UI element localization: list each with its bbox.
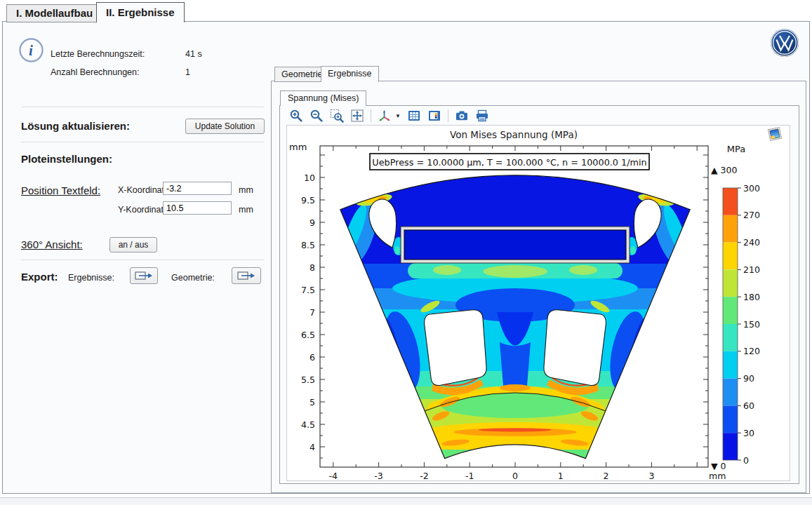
y-coordinate-input[interactable] [163,201,232,215]
svg-text:180: 180 [743,292,760,302]
plot-title: Von Mises Spannung (MPa) [450,129,578,140]
colorbar-tick-labels: 300 270 240 210 180 150 120 90 60 30 0 [743,183,760,466]
export-icon [135,271,153,281]
svg-text:4.5: 4.5 [301,419,315,430]
plot-canvas[interactable]: Von Mises Spannung (MPa) [286,125,790,481]
x-axis-unit: mm [709,471,726,480]
svg-text:8: 8 [310,262,315,273]
svg-text:7.5: 7.5 [301,285,315,295]
von-mises-plot[interactable]: Von Mises Spannung (MPa) [287,126,790,480]
colorbar: MPa ▲ 300 ▼ 0 300 270 240 210 180 150 12… [711,144,760,471]
svg-text:9: 9 [310,217,315,228]
export-results-label: Ergebnisse: [68,273,114,283]
viewer-tab-ergebnisse[interactable]: Ergebnisse [321,66,379,82]
last-calc-time-value: 41 s [185,49,202,59]
update-solution-button[interactable]: Update Solution [185,119,265,134]
chevron-down-icon[interactable]: ▼ [395,113,401,119]
toolbar-separator [448,109,448,122]
divider [21,107,264,107]
print-icon[interactable] [475,109,489,123]
svg-text:0: 0 [512,471,518,480]
divider [21,142,264,142]
x-tick-labels: -4 -3 -2 -1 0 1 2 3 [329,471,655,480]
legend-toggle-icon[interactable] [427,109,441,123]
plot-thumbnail-icon[interactable] [768,128,782,141]
view-360-toggle-button[interactable]: an / aus [109,237,157,252]
svg-text:1: 1 [558,471,564,480]
update-solution-label: Lösung aktualisieren: [21,120,130,132]
grid-toggle-icon[interactable] [407,109,421,123]
svg-text:-3: -3 [374,471,382,480]
tab-modellaufbau[interactable]: I. Modellaufbau [6,4,102,22]
svg-text:120: 120 [743,346,760,356]
x-coordinate-unit: mm [239,185,253,195]
view-orientation-icon[interactable] [378,109,392,123]
info-icon: i [18,37,44,63]
y-tick-labels: 10 9.5 9 8.5 8 7.5 7 6.5 6 5.5 5 4.5 4 [301,173,315,452]
colorbar-unit: MPa [727,144,745,154]
svg-text:2: 2 [604,471,609,480]
tab-ergebnisse[interactable]: II. Ergebnisse [96,2,185,22]
colorbar-min-marker: ▼ 0 [711,461,726,471]
svg-text:60: 60 [743,400,754,411]
view-360-label: 360° Ansicht: [21,238,83,250]
zoom-box-icon[interactable] [330,109,344,123]
svg-text:5.5: 5.5 [301,375,315,385]
export-icon [237,271,255,281]
parameter-annotation: UebPress = 10.0000 µm, T = 100.000 °C, n… [370,154,649,170]
export-geometry-button[interactable] [232,267,261,284]
svg-text:-2: -2 [420,471,428,480]
zoom-in-icon[interactable] [289,109,303,123]
svg-text:30: 30 [743,428,754,438]
toolbar-separator [371,109,371,122]
zoom-out-icon[interactable] [310,109,324,123]
svg-text:-1: -1 [465,471,474,480]
export-heading: Export: [21,271,58,283]
y-coordinate-unit: mm [239,205,253,215]
calc-count-label: Anzahl Berechnungen: [51,67,139,77]
svg-text:6.5: 6.5 [301,330,315,340]
plot-tab-spannung-mises[interactable]: Spannung (Mises) [280,90,366,106]
calc-count-value: 1 [185,67,190,77]
left-lower-hole [425,310,486,386]
svg-text:i: i [29,42,33,59]
svg-text:0: 0 [743,455,749,466]
svg-text:10: 10 [304,173,315,183]
snapshot-camera-icon[interactable] [455,109,469,123]
export-geometry-label: Geometrie: [171,273,215,283]
plot-settings-heading: Ploteinstellungen: [21,153,112,165]
svg-text:210: 210 [743,264,760,275]
colorbar-max-marker: ▲ 300 [711,165,737,175]
vw-logo [770,28,799,58]
right-lower-hole [544,310,606,386]
svg-text:3: 3 [648,471,654,480]
divider [21,260,264,260]
last-calc-time-label: Letzte Berechnungszeit: [51,49,145,59]
svg-text:6: 6 [310,352,315,363]
svg-text:240: 240 [743,237,760,248]
svg-text:4: 4 [310,442,315,452]
svg-text:UebPress = 10.0000 µm, T = 100: UebPress = 10.0000 µm, T = 100.000 °C, n… [372,157,646,168]
y-axis-unit: mm [289,142,307,152]
magnet-slot [401,227,630,263]
textfield-position-label: Position Textfeld: [21,184,100,196]
svg-text:8.5: 8.5 [301,240,315,250]
plot-toolbar: ▼ [282,107,801,125]
svg-text:300: 300 [743,183,760,194]
svg-text:270: 270 [743,210,760,220]
svg-text:150: 150 [743,319,760,330]
zoom-extents-icon[interactable] [350,109,364,123]
window-bottom-strip [0,497,812,505]
svg-text:7: 7 [310,307,315,318]
svg-text:9.5: 9.5 [301,195,315,206]
export-results-button[interactable] [130,267,158,284]
svg-text:90: 90 [743,373,754,384]
x-coordinate-input[interactable] [163,182,232,195]
svg-text:5: 5 [310,397,315,408]
svg-text:-4: -4 [329,471,338,480]
